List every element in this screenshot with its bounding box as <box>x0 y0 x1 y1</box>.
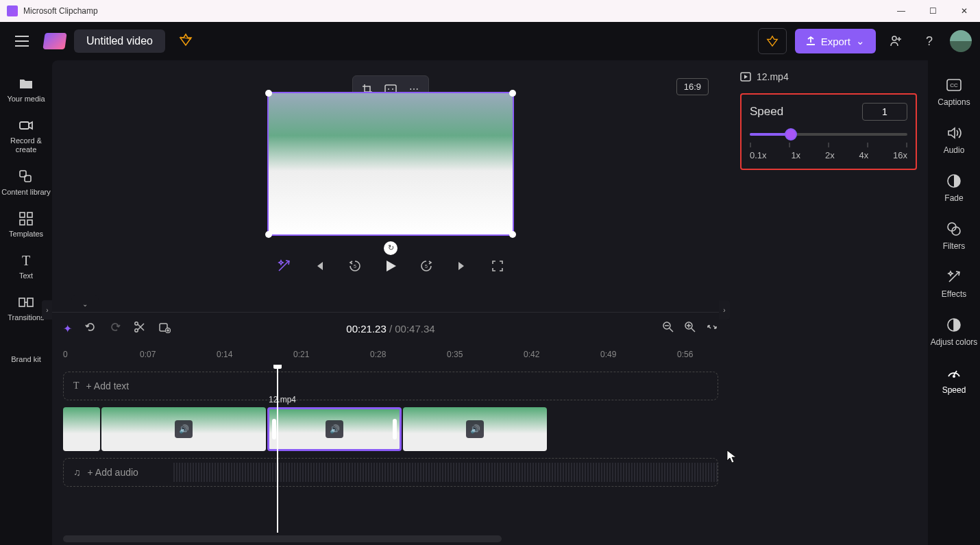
fade-icon <box>946 173 962 189</box>
close-button[interactable]: ✕ <box>948 0 980 22</box>
audio-track[interactable]: ♫ + Add audio <box>63 458 718 487</box>
text-icon: T <box>18 252 34 269</box>
expand-left-panel[interactable]: › <box>42 300 53 319</box>
topbar: Untitled video Export ⌄ ? <box>0 22 980 60</box>
video-clip-3[interactable]: 🔊 <box>403 407 547 451</box>
svg-rect-1 <box>20 122 29 129</box>
timeline-timecode: 00:21.23 / 00:47.34 <box>346 323 434 335</box>
sidebar-item-your-media[interactable]: Your media <box>0 69 52 110</box>
auto-enhance-button[interactable] <box>275 258 292 274</box>
svg-rect-5 <box>27 213 32 217</box>
camera-icon <box>18 117 34 134</box>
skip-start-button[interactable] <box>311 258 328 274</box>
timeline: ✦ 00:21.23 / 00:47.34 <box>52 312 729 545</box>
templates-icon <box>18 210 34 227</box>
rewind-5-button[interactable]: 5 <box>347 258 363 274</box>
resize-handle-bl[interactable] <box>265 231 272 238</box>
project-title[interactable]: Untitled video <box>74 29 165 53</box>
ai-sparkle-button[interactable]: ✦ <box>63 322 72 335</box>
export-button[interactable]: Export ⌄ <box>795 29 876 53</box>
sidebar-item-captions[interactable]: CC Captions <box>928 69 980 115</box>
fullscreen-button[interactable] <box>489 258 506 274</box>
timeline-ruler[interactable]: 00:070:140:210:280:350:420:490:56 <box>52 344 729 365</box>
text-track[interactable]: T + Add text <box>63 372 718 400</box>
speaker-icon: 🔊 <box>326 420 343 438</box>
rotate-handle[interactable]: ↻ <box>384 241 397 255</box>
hamburger-menu[interactable] <box>8 27 36 55</box>
sidebar-item-effects[interactable]: Effects <box>928 261 980 307</box>
chevron-down-icon: ⌄ <box>856 35 865 47</box>
speaker-icon: 🔊 <box>175 420 193 438</box>
sidebar-item-record[interactable]: Record & create <box>0 110 52 161</box>
effects-icon <box>946 269 962 285</box>
video-icon <box>740 72 751 82</box>
playhead[interactable] <box>277 365 278 533</box>
svg-text:5: 5 <box>425 264 428 269</box>
add-clip-button[interactable] <box>158 321 171 336</box>
speaker-icon: 🔊 <box>466 420 484 438</box>
aspect-ratio-badge[interactable]: 16:9 <box>676 78 709 95</box>
brand-kit-icon <box>18 336 34 352</box>
speed-slider-thumb[interactable] <box>785 128 797 141</box>
svg-text:5: 5 <box>354 264 356 269</box>
svg-point-27 <box>953 375 955 378</box>
sidebar-item-speed[interactable]: Speed <box>928 356 980 403</box>
video-clip-2[interactable]: 🔊 <box>101 407 266 451</box>
video-clip-1[interactable] <box>63 407 100 451</box>
redo-button[interactable] <box>109 321 121 336</box>
help-button[interactable]: ? <box>917 29 942 53</box>
sidebar-item-content-library[interactable]: Content library <box>0 162 52 204</box>
adjust-colors-icon <box>946 317 962 333</box>
zoom-out-button[interactable] <box>662 321 674 336</box>
svg-point-0 <box>892 36 896 40</box>
video-track: 12.mp4 🔊 🔊 🔊 <box>63 407 718 451</box>
resize-handle-tl[interactable] <box>265 90 272 97</box>
play-button[interactable] <box>382 258 399 274</box>
svg-rect-10 <box>21 339 22 350</box>
transitions-icon <box>18 294 34 311</box>
playback-controls: 5 5 <box>275 258 506 274</box>
properties-panel: 12.mp4 Speed ||||| 0.1x 1x 2x 4x 16x <box>729 60 928 545</box>
speed-label: Speed <box>750 105 783 119</box>
sidebar-item-brand-kit[interactable]: Brand kit <box>0 329 52 371</box>
maximize-button[interactable]: ☐ <box>917 0 948 22</box>
split-button[interactable] <box>134 321 146 336</box>
zoom-fit-button[interactable] <box>706 321 718 336</box>
right-sidebar: CC Captions Audio Fade Filters Effects <box>928 60 980 545</box>
resize-handle-tr[interactable] <box>509 90 516 97</box>
avatar[interactable] <box>950 30 972 52</box>
sidebar-item-fade[interactable]: Fade <box>928 165 980 211</box>
speed-slider[interactable] <box>750 133 907 136</box>
speed-panel: Speed ||||| 0.1x 1x 2x 4x 16x <box>740 93 917 170</box>
premium-icon[interactable] <box>179 33 193 50</box>
invite-button[interactable] <box>884 29 909 53</box>
folder-icon <box>18 75 34 92</box>
speed-icon <box>946 365 962 381</box>
svg-rect-7 <box>27 220 32 225</box>
speed-input[interactable] <box>862 103 907 121</box>
sidebar-item-filters[interactable]: Filters <box>928 213 980 259</box>
forward-5-button[interactable]: 5 <box>418 258 434 274</box>
video-clip-selected[interactable]: 🔊 <box>267 407 402 451</box>
sidebar-item-adjust-colors[interactable]: Adjust colors <box>928 308 980 355</box>
zoom-in-button[interactable] <box>684 321 696 336</box>
timeline-collapse-button[interactable]: ⌄ <box>71 295 99 312</box>
sidebar-item-text[interactable]: T Text <box>0 245 52 287</box>
video-preview[interactable]: ↻ <box>267 92 514 236</box>
sidebar-item-audio[interactable]: Audio <box>928 117 980 163</box>
sidebar-item-templates[interactable]: Templates <box>0 204 52 245</box>
timeline-scrollbar[interactable] <box>63 535 502 542</box>
upgrade-button[interactable] <box>758 28 787 54</box>
filters-icon <box>946 221 962 237</box>
svg-text:CC: CC <box>950 82 958 88</box>
music-icon: ♫ <box>73 467 81 478</box>
svg-rect-4 <box>20 213 25 217</box>
undo-button[interactable] <box>84 321 97 336</box>
app-name: Microsoft Clipchamp <box>23 6 98 16</box>
clip-label: 12.mp4 <box>269 395 296 404</box>
resize-handle-br[interactable] <box>509 231 516 238</box>
minimize-button[interactable]: ― <box>885 0 917 22</box>
clipchamp-logo-icon <box>42 33 66 49</box>
skip-end-button[interactable] <box>454 258 470 274</box>
waveform <box>173 463 718 482</box>
